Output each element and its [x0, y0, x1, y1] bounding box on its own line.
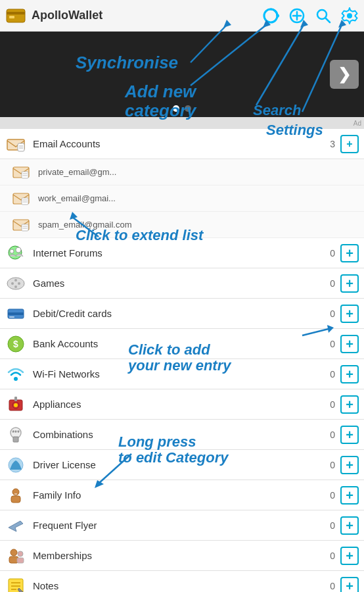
appliances-count: 0 [322, 399, 335, 410]
svg-line-9 [325, 18, 330, 22]
svg-point-31 [11, 282, 14, 285]
svg-rect-16 [22, 172, 28, 178]
memberships-count: 0 [322, 551, 335, 561]
ad-banner: Ad [0, 117, 364, 129]
email-accounts-icon [5, 134, 26, 155]
svg-text:$: $ [13, 339, 18, 349]
wifi-networks-count: 0 [322, 369, 335, 380]
app-logo [5, 5, 26, 26]
email-accounts-expand[interactable]: + [340, 135, 359, 153]
svg-rect-2 [9, 16, 14, 18]
debit-credit-count: 0 [322, 308, 335, 319]
appliances-add[interactable]: + [340, 395, 359, 414]
email-accounts-count: 3 [330, 139, 335, 149]
frequent-flyer-add[interactable]: + [340, 516, 359, 535]
bank-accounts-count: 0 [322, 339, 335, 349]
svg-rect-51 [11, 496, 20, 503]
svg-point-54 [18, 551, 23, 556]
games-add[interactable]: + [340, 274, 359, 293]
appliances-row[interactable]: Appliances 0 + [0, 389, 364, 420]
svg-point-52 [11, 549, 17, 556]
svg-rect-1 [7, 12, 25, 14]
combinations-icon: *** [5, 424, 26, 445]
internet-forums-add[interactable]: + [340, 244, 359, 262]
email-entry-3[interactable]: spam_email@gmail.com [0, 212, 364, 238]
memberships-label: Memberships [33, 550, 322, 561]
svg-point-29 [16, 247, 21, 253]
wifi-networks-label: Wi-Fi Networks [33, 368, 322, 380]
games-count: 0 [322, 278, 335, 289]
settings-icon[interactable] [340, 7, 359, 25]
svg-point-32 [18, 282, 20, 285]
svg-point-33 [14, 279, 17, 282]
email-entry-2[interactable]: work_email@gmai... [0, 185, 364, 212]
family-info-icon [5, 485, 26, 506]
svg-rect-38 [9, 316, 14, 318]
notes-count: 0 [322, 581, 335, 591]
driver-license-label: Driver License [33, 459, 322, 470]
combinations-add[interactable]: + [340, 426, 359, 444]
combinations-label: Combinations [33, 429, 322, 440]
svg-marker-4 [277, 13, 279, 18]
family-info-row[interactable]: Family Info 0 + [0, 480, 364, 510]
memberships-row[interactable]: Memberships 0 + [0, 541, 364, 571]
svg-rect-24 [22, 224, 28, 231]
svg-point-41 [14, 377, 18, 381]
debit-credit-row[interactable]: Debit/Credit cards 0 + [0, 299, 364, 329]
internet-forums-row[interactable]: Internet Forums 0 + [0, 238, 364, 268]
svg-rect-37 [8, 312, 24, 315]
email-entry-2-icon [11, 188, 32, 209]
debit-credit-icon [5, 303, 26, 324]
appliances-label: Appliances [33, 399, 322, 410]
frequent-flyer-count: 0 [322, 520, 335, 531]
memberships-add[interactable]: + [340, 547, 359, 565]
add-category-icon[interactable] [288, 7, 306, 25]
app-header: ApolloWallet [0, 0, 364, 32]
svg-point-44 [14, 403, 18, 407]
carousel-arrow[interactable]: ❯ [330, 60, 359, 89]
email-entry-2-text: work_email@gmai... [38, 193, 116, 203]
email-entry-1-text: private_email@gm... [38, 167, 116, 177]
frequent-flyer-row[interactable]: Frequent Flyer 0 + [0, 510, 364, 541]
memberships-icon [5, 545, 26, 566]
ad-label: Ad [353, 120, 361, 127]
sync-icon[interactable] [262, 7, 280, 25]
notes-icon [5, 576, 26, 593]
driver-license-count: 0 [322, 460, 335, 470]
svg-rect-20 [22, 198, 28, 205]
email-accounts-row[interactable]: Email Accounts 3 + [0, 129, 364, 159]
svg-rect-0 [7, 9, 25, 22]
driver-license-icon [5, 455, 26, 476]
email-entry-1-icon [11, 162, 32, 183]
games-icon [5, 273, 26, 294]
combinations-row[interactable]: *** Combinations 0 + [0, 420, 364, 450]
email-entry-3-text: spam_email@gmail.com [38, 220, 132, 230]
carousel-dot-2 [185, 105, 191, 112]
bank-accounts-icon: $ [5, 333, 26, 355]
games-label: Games [33, 278, 322, 289]
notes-add[interactable]: + [340, 577, 359, 593]
svg-rect-55 [17, 558, 24, 563]
notes-row[interactable]: Notes 0 + [0, 571, 364, 592]
email-entry-1[interactable]: private_email@gm... [0, 159, 364, 185]
email-entry-3-icon [11, 214, 32, 235]
driver-license-row[interactable]: Driver License 0 + [0, 450, 364, 480]
wifi-networks-icon [5, 364, 26, 385]
debit-credit-label: Debit/Credit cards [33, 308, 322, 319]
debit-credit-add[interactable]: + [340, 305, 359, 323]
family-info-add[interactable]: + [340, 486, 359, 505]
internet-forums-count: 0 [322, 248, 335, 259]
search-icon[interactable] [314, 7, 332, 25]
internet-forums-label: Internet Forums [33, 247, 322, 259]
notes-label: Notes [33, 580, 322, 591]
carousel: ❯ [0, 32, 364, 117]
bank-accounts-row[interactable]: $ Bank Accounts 0 + [0, 329, 364, 359]
category-list: Email Accounts 3 + private_email@gm... [0, 129, 364, 592]
driver-license-add[interactable]: + [340, 456, 359, 474]
games-row[interactable]: Games 0 + [0, 268, 364, 299]
wifi-networks-add[interactable]: + [340, 365, 359, 383]
wifi-networks-row[interactable]: Wi-Fi Networks 0 + [0, 359, 364, 389]
svg-rect-45 [14, 397, 17, 401]
combinations-count: 0 [322, 430, 335, 440]
bank-accounts-add[interactable]: + [340, 335, 359, 353]
